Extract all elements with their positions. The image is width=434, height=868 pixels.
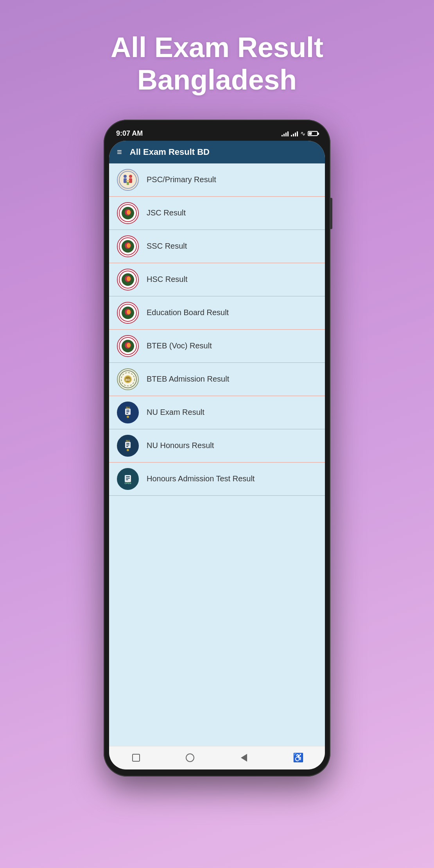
- svg-rect-41: [126, 443, 129, 444]
- accessibility-icon: ♿: [293, 753, 303, 763]
- svg-point-44: [127, 449, 129, 451]
- hsc-logo: [117, 269, 139, 291]
- back-arrow-icon: [241, 754, 247, 762]
- nu-hon-logo: NU: [117, 435, 139, 457]
- menu-item-label: SSC Result: [147, 242, 187, 251]
- bottom-nav-bar: ♿: [109, 746, 325, 769]
- svg-point-37: [127, 416, 129, 418]
- svg-point-2: [129, 175, 132, 178]
- menu-item-label: BTEB (Voc) Result: [147, 341, 212, 350]
- jsc-logo: [117, 202, 139, 224]
- wifi-icon: ∿: [300, 130, 305, 137]
- status-time: 9:07 AM: [116, 129, 143, 138]
- menu-item-label: Education Board Result: [147, 308, 229, 317]
- svg-rect-36: [126, 413, 128, 414]
- hon-adm-logo: OPEN: [117, 468, 139, 490]
- nu-exam-logo: NU: [117, 402, 139, 423]
- nav-accessibility-button[interactable]: ♿: [292, 752, 303, 763]
- bteb-voc-logo: [117, 335, 139, 357]
- svg-rect-35: [126, 411, 129, 412]
- svg-rect-42: [126, 445, 129, 445]
- svg-text:BD: BD: [126, 378, 130, 382]
- menu-item-label: Honours Admission Test Result: [147, 474, 255, 483]
- list-item[interactable]: BTEB (Voc) Result: [109, 330, 325, 363]
- svg-rect-48: [126, 476, 130, 477]
- menu-list: PSC/Primary Result JSC Result: [109, 163, 325, 746]
- list-item[interactable]: BD BTEB Admission Result: [109, 363, 325, 396]
- svg-point-26: [127, 343, 131, 348]
- list-item[interactable]: SSC Result: [109, 230, 325, 263]
- svg-rect-43: [126, 446, 128, 447]
- svg-text:NU: NU: [126, 406, 130, 409]
- svg-rect-49: [126, 478, 130, 479]
- nav-home-button[interactable]: [185, 752, 195, 763]
- list-item[interactable]: OPEN Honours Admission Test Result: [109, 463, 325, 496]
- list-item[interactable]: JSC Result: [109, 197, 325, 230]
- svg-point-1: [124, 175, 127, 178]
- hamburger-menu-icon[interactable]: ≡: [117, 147, 122, 157]
- menu-item-label: HSC Result: [147, 275, 187, 284]
- svg-point-0: [119, 171, 136, 188]
- svg-rect-34: [126, 410, 129, 411]
- svg-rect-50: [126, 479, 128, 480]
- status-bar: 9:07 AM ∿ 41: [109, 127, 325, 141]
- square-icon: [132, 754, 140, 762]
- psc-logo: [117, 169, 139, 191]
- list-item[interactable]: HSC Result: [109, 263, 325, 296]
- list-item[interactable]: PSC/Primary Result: [109, 163, 325, 197]
- menu-item-label: JSC Result: [147, 208, 186, 217]
- list-item[interactable]: NU NU Exam Result: [109, 396, 325, 429]
- svg-text:OPEN: OPEN: [124, 482, 131, 484]
- svg-point-18: [127, 276, 131, 281]
- svg-point-10: [127, 210, 131, 215]
- edu-board-logo: [117, 302, 139, 324]
- home-circle-icon: [186, 753, 194, 762]
- signal-icon-1: [282, 131, 289, 136]
- menu-item-label: BTEB Admission Result: [147, 375, 229, 384]
- signal-icon-2: [291, 131, 298, 136]
- status-icons: ∿ 41: [282, 130, 318, 137]
- svg-rect-5: [127, 182, 129, 185]
- phone-screen: ≡ All Exam Result BD: [109, 141, 325, 769]
- svg-rect-6: [126, 180, 130, 181]
- nav-square-button[interactable]: [131, 752, 142, 763]
- bteb-adm-logo: BD: [117, 368, 139, 390]
- svg-point-22: [127, 310, 131, 314]
- app-bar: ≡ All Exam Result BD: [109, 141, 325, 163]
- page-title: All Exam Result Bangladesh: [87, 0, 347, 96]
- app-bar-title: All Exam Result BD: [130, 147, 210, 157]
- svg-text:NU: NU: [126, 439, 130, 442]
- list-item[interactable]: NU NU Honours Result: [109, 429, 325, 463]
- svg-point-14: [127, 243, 131, 248]
- ssc-logo: [117, 235, 139, 257]
- menu-item-label: NU Honours Result: [147, 441, 214, 450]
- phone-device: 9:07 AM ∿ 41: [104, 120, 330, 777]
- menu-item-label: NU Exam Result: [147, 408, 204, 417]
- battery-icon: 41: [308, 131, 318, 136]
- nav-back-button[interactable]: [239, 752, 249, 763]
- menu-item-label: PSC/Primary Result: [147, 175, 216, 184]
- list-item[interactable]: Education Board Result: [109, 296, 325, 330]
